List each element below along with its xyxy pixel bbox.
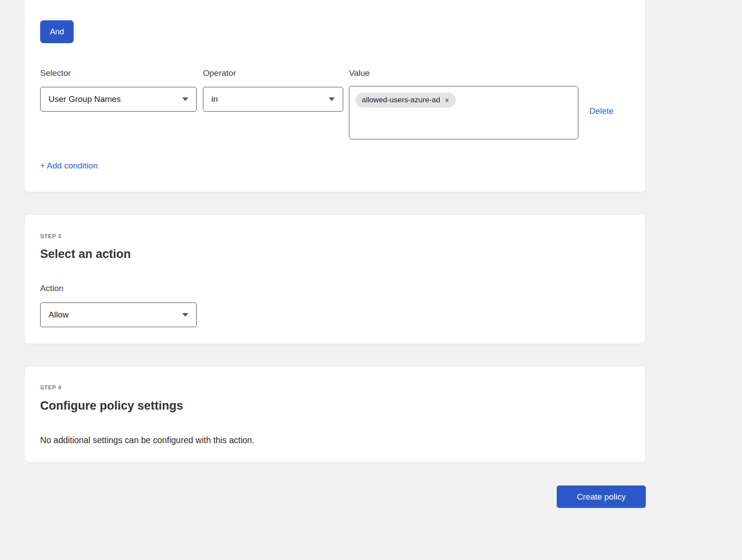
value-tag-label: allowed-users-azure-ad (362, 96, 440, 105)
value-tag: allowed-users-azure-ad ✕ (356, 93, 456, 108)
step4-label: STEP 4 (40, 384, 61, 391)
value-input[interactable]: allowed-users-azure-ad ✕ (349, 86, 578, 139)
action-dropdown[interactable]: Allow (40, 302, 197, 327)
add-condition-link[interactable]: + Add condition (40, 161, 97, 171)
action-label: Action (40, 284, 64, 293)
selector-dropdown[interactable]: User Group Names (40, 87, 197, 112)
selector-label: Selector (40, 68, 71, 78)
step4-card: STEP 4 Configure policy settings No addi… (24, 366, 646, 463)
operator-dropdown[interactable]: in (203, 87, 343, 112)
chevron-down-icon (182, 313, 188, 317)
step3-card: STEP 3 Select an action Action Allow (24, 214, 646, 344)
remove-tag-icon[interactable]: ✕ (445, 97, 450, 103)
step4-title: Configure policy settings (40, 399, 183, 413)
chevron-down-icon (329, 97, 335, 101)
operator-label: Operator (203, 68, 236, 78)
step3-title: Select an action (40, 247, 131, 261)
value-label: Value (349, 68, 370, 78)
and-button[interactable]: And (40, 20, 74, 43)
selector-dropdown-value: User Group Names (49, 94, 121, 104)
chevron-down-icon (182, 97, 188, 101)
step3-label: STEP 3 (40, 233, 61, 239)
action-dropdown-value: Allow (49, 310, 68, 320)
delete-condition-button[interactable]: Delete (589, 106, 614, 116)
create-policy-button[interactable]: Create policy (557, 485, 646, 508)
step4-description: No additional settings can be configured… (40, 435, 255, 445)
condition-card: And Selector Operator Value User Group N… (24, 0, 646, 192)
operator-dropdown-value: in (211, 94, 218, 104)
